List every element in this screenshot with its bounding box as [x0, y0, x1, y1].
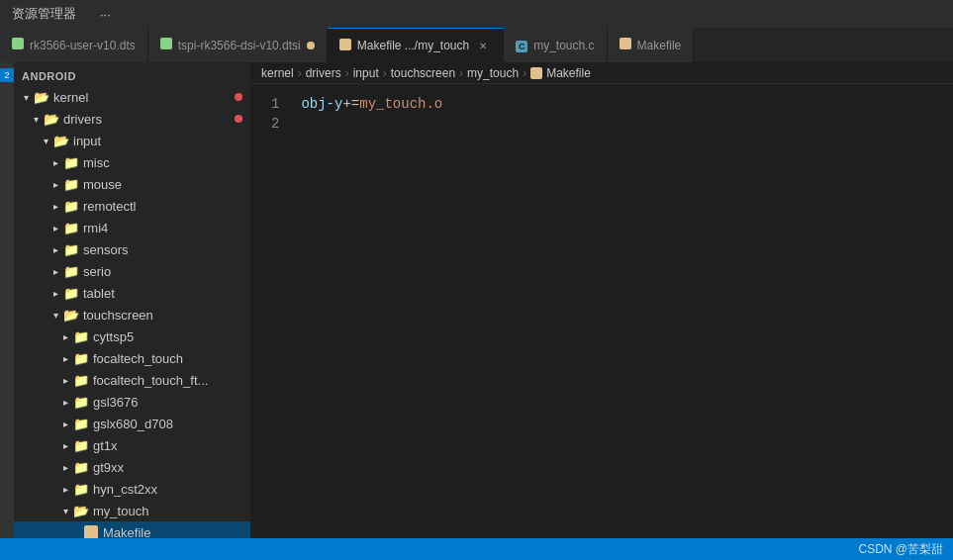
tab-icon — [619, 38, 631, 52]
tree-item-icon: 📁 — [63, 198, 79, 214]
tree-item-hyn_cst2xx[interactable]: ▸📁hyn_cst2xx — [14, 478, 250, 500]
breadcrumb-separator: › — [383, 66, 387, 80]
tab-tab-makefile[interactable]: Makefile .../my_touch✕ — [328, 28, 504, 62]
tree-item-input[interactable]: ▾📂input — [14, 130, 250, 151]
tree-item-label: cyttsp5 — [93, 329, 242, 344]
tree-item-misc[interactable]: ▸📁misc — [14, 151, 250, 173]
tab-modified-dot — [307, 42, 315, 49]
tree-item-label: serio — [83, 264, 242, 279]
menu-item-dots[interactable]: ··· — [96, 5, 115, 24]
tree-item-remotectl[interactable]: ▸📁remotectl — [14, 195, 250, 217]
tree-chevron-icon: ▸ — [48, 241, 63, 257]
tab-label: Makefile .../my_touch — [357, 39, 469, 52]
tree-item-label: kernel — [53, 90, 235, 105]
tab-tab-tspi[interactable]: tspi-rk3566-dsi-v10.dtsi — [148, 28, 328, 62]
tab-icon — [12, 38, 24, 52]
tab-label: my_touch.c — [533, 39, 594, 52]
tree-item-label: sensors — [83, 242, 242, 257]
tab-tab-makefile2[interactable]: Makefile — [608, 28, 695, 62]
tree-item-label: mouse — [83, 177, 242, 192]
tree-item-mouse[interactable]: ▸📁mouse — [14, 173, 250, 195]
breadcrumb-item[interactable]: drivers — [306, 66, 341, 80]
tree-item-label: gslx680_d708 — [93, 417, 242, 431]
tree-item-kernel[interactable]: ▾📂kernel — [14, 86, 250, 108]
breadcrumb-separator: › — [459, 66, 463, 80]
tree-item-icon: 📁 — [73, 459, 89, 475]
menu-item-explorer[interactable]: 资源管理器 — [8, 3, 80, 25]
panel-number-badge: 2 — [0, 68, 14, 82]
tree-item-gt1x[interactable]: ▸📁gt1x — [14, 434, 250, 456]
tree-item-icon: 📁 — [63, 220, 79, 235]
tree-chevron-icon: ▸ — [48, 285, 63, 301]
code-token-value: my_touch.o — [359, 94, 442, 114]
tree-chevron-icon: ▸ — [48, 154, 63, 170]
status-bar: CSDN @苦梨甜 — [0, 538, 953, 560]
tree-item-sensors[interactable]: ▸📁sensors — [14, 238, 250, 260]
sidebar-header: ANDROID — [14, 62, 250, 86]
tree-chevron-icon: ▸ — [57, 481, 73, 497]
tree-item-icon: 📁 — [73, 437, 89, 453]
activity-bar: 2 — [0, 62, 14, 538]
tree-item-tablet[interactable]: ▸📁tablet — [14, 282, 250, 304]
tab-label: rk3566-user-v10.dts — [30, 39, 136, 52]
code-line — [291, 114, 953, 134]
tab-tab-mytouch-c[interactable]: Cmy_touch.c — [504, 28, 607, 62]
tree-item-badge — [235, 115, 242, 123]
breadcrumb-item[interactable]: touchscreen — [391, 66, 455, 80]
tree-item-label: tablet — [83, 286, 242, 301]
sidebar-tree[interactable]: ▾📂kernel▾📂drivers▾📂input▸📁misc▸📁mouse▸📁r… — [14, 86, 250, 538]
tree-item-label: input — [73, 134, 242, 148]
tree-chevron-icon — [67, 524, 83, 538]
tree-item-gt9xx[interactable]: ▸📁gt9xx — [14, 456, 250, 478]
tree-item-cyttsp5[interactable]: ▸📁cyttsp5 — [14, 326, 250, 347]
tree-item-drivers[interactable]: ▾📂drivers — [14, 108, 250, 130]
tree-item-icon — [83, 524, 99, 538]
tree-item-label: drivers — [63, 112, 235, 127]
tree-item-focaltech_touch_ft[interactable]: ▸📁focaltech_touch_ft... — [14, 369, 250, 391]
code-token-operator: += — [342, 94, 359, 114]
tree-item-icon: 📁 — [63, 154, 79, 170]
tree-item-serio[interactable]: ▸📁serio — [14, 260, 250, 282]
tree-item-label: touchscreen — [83, 308, 242, 323]
breadcrumb-separator: › — [298, 66, 302, 80]
tree-item-gsl3676[interactable]: ▸📁gsl3676 — [14, 391, 250, 413]
tree-item-label: hyn_cst2xx — [93, 482, 242, 497]
sidebar: ANDROID ▾📂kernel▾📂drivers▾📂input▸📁misc▸📁… — [14, 62, 251, 538]
tree-chevron-icon: ▸ — [48, 198, 63, 214]
breadcrumb-item[interactable]: Makefile — [530, 66, 591, 80]
breadcrumb-label: Makefile — [546, 66, 591, 80]
breadcrumb-item[interactable]: my_touch — [467, 66, 519, 80]
breadcrumb-item[interactable]: kernel — [261, 66, 294, 80]
sidebar-section-label: ANDROID — [22, 70, 76, 82]
tab-label: Makefile — [637, 39, 682, 52]
tree-chevron-icon: ▸ — [57, 372, 73, 388]
tree-item-icon: 📂 — [44, 111, 59, 127]
breadcrumb: kernel›drivers›input›touchscreen›my_touc… — [251, 62, 953, 84]
tree-item-label: my_touch — [93, 504, 242, 518]
tree-item-gslx680_d708[interactable]: ▸📁gslx680_d708 — [14, 413, 250, 434]
tree-item-makefile-file[interactable]: Makefile — [14, 521, 250, 538]
tree-item-label: remotectl — [83, 199, 242, 214]
tree-item-focaltech_touch[interactable]: ▸📁focaltech_touch — [14, 347, 250, 369]
tab-close-button[interactable]: ✕ — [475, 38, 491, 53]
tree-item-label: gt9xx — [93, 460, 242, 475]
tree-item-rmi4[interactable]: ▸📁rmi4 — [14, 217, 250, 238]
tab-tab-rk3566[interactable]: rk3566-user-v10.dts — [0, 28, 148, 62]
tree-item-my_touch[interactable]: ▾📂my_touch — [14, 500, 250, 521]
tree-chevron-icon: ▾ — [57, 503, 73, 518]
tab-icon — [339, 39, 351, 53]
status-text: CSDN @苦梨甜 — [858, 541, 943, 558]
code-content[interactable]: obj-y += my_touch.o — [291, 84, 953, 538]
tab-label: tspi-rk3566-dsi-v10.dtsi — [178, 39, 301, 52]
tab-bar: rk3566-user-v10.dtstspi-rk3566-dsi-v10.d… — [0, 28, 953, 62]
tree-chevron-icon: ▾ — [18, 89, 34, 105]
breadcrumb-item[interactable]: input — [353, 66, 379, 80]
tree-item-touchscreen[interactable]: ▾📂touchscreen — [14, 304, 250, 326]
line-number: 1 — [271, 94, 279, 114]
code-editor[interactable]: 12 obj-y += my_touch.o — [251, 84, 953, 538]
tree-item-label: rmi4 — [83, 221, 242, 235]
tree-chevron-icon: ▾ — [28, 111, 44, 127]
line-number: 2 — [271, 114, 279, 134]
tree-item-icon: 📁 — [63, 285, 79, 301]
editor-area: kernel›drivers›input›touchscreen›my_touc… — [251, 62, 953, 538]
